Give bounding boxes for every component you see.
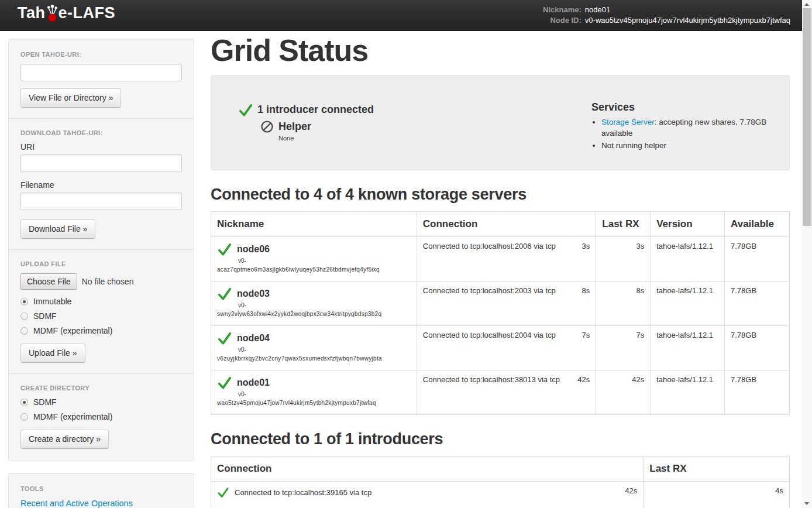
storage-server-link[interactable]: Storage Server	[601, 118, 655, 126]
upload-format-immutable[interactable]: Immutable	[20, 297, 182, 306]
introducers-heading: Connected to 1 of 1 introducers	[211, 430, 790, 448]
connection-age: 3s	[582, 242, 590, 250]
table-header-row: Nickname Connection Last RX Version Avai…	[211, 211, 790, 236]
server-id-hash: swny2viyw63ofxwi4x2yykd2woqjbpx3cw34xtri…	[217, 311, 411, 317]
open-uri-input[interactable]	[20, 64, 182, 81]
radio-label[interactable]: MDMF (experimental)	[33, 326, 112, 335]
divider	[9, 373, 194, 374]
download-file-button[interactable]: Download File »	[20, 219, 95, 239]
vertical-scrollbar[interactable]	[802, 0, 812, 508]
col-version: Version	[651, 211, 725, 236]
storage-servers-table: Nickname Connection Last RX Version Avai…	[211, 211, 790, 415]
node-identity: Nickname: node01 Node ID: v0-wao5tzv45pm…	[543, 5, 790, 26]
upload-format-sdmf[interactable]: SDMF	[20, 311, 182, 321]
radio-label[interactable]: Immutable	[33, 297, 71, 306]
radio-icon[interactable]	[20, 399, 28, 406]
create-directory-label: CREATE DIRECTORY	[20, 385, 182, 392]
page-title: Grid Status	[211, 35, 790, 67]
uri-field-label: URI	[20, 142, 182, 152]
version-value: tahoe-lafs/1.12.1	[651, 236, 725, 281]
connection-age: 42s	[577, 375, 590, 384]
radio-icon[interactable]	[20, 313, 28, 320]
connection-text: Connected to tcp:localhost:2004 via tcp	[423, 331, 556, 339]
scroll-down-arrow-icon[interactable]	[802, 500, 812, 508]
storage-servers-heading: Connected to 4 of 4 known storage server…	[211, 186, 790, 204]
table-header-row: Connection Last RX	[211, 456, 790, 481]
connection-age: 7s	[582, 331, 590, 339]
recent-operations-link[interactable]: Recent and Active Operations	[20, 499, 133, 508]
divider	[9, 249, 194, 250]
filename-field-label: Filename	[20, 180, 182, 190]
download-uri-input[interactable]	[20, 155, 182, 172]
col-last-rx: Last RX	[596, 211, 651, 236]
introducers-table: Connection Last RX Connected to tcp:loca…	[211, 456, 790, 508]
radio-icon[interactable]	[20, 298, 28, 306]
server-id-hash: v6zuyjkbrrkqy2bvc2cny7qwax5sxumedsxfzfjw…	[217, 355, 411, 362]
scroll-up-arrow-icon[interactable]	[802, 0, 812, 8]
radio-label[interactable]: MDMF (experimental)	[33, 412, 112, 421]
available-value: 7.78GB	[725, 325, 790, 370]
tahoe-seedling-icon	[46, 4, 59, 22]
mkdir-format-sdmf[interactable]: SDMF	[20, 397, 182, 407]
tools-label: TOOLS	[20, 485, 182, 492]
grid-status-summary: 1 introducer connected Helper None Servi…	[211, 75, 790, 170]
col-available: Available	[725, 211, 790, 236]
table-row: node03 v0- swny2viyw63ofxwi4x2yykd2woqjb…	[211, 281, 790, 325]
upload-format-mdmf[interactable]: MDMF (experimental)	[20, 326, 182, 335]
radio-icon[interactable]	[20, 327, 28, 335]
table-row: node06 v0- acaz7qptmeo6m3asjlgkb6iwlyuqe…	[211, 236, 790, 281]
server-nickname: node04	[237, 333, 270, 344]
connected-check-icon	[217, 331, 232, 346]
connection-text: Connected to tcp:localhost:2003 via tcp	[423, 286, 556, 295]
last-rx-value: 42s	[596, 370, 651, 414]
scrollbar-thumb[interactable]	[803, 8, 811, 226]
sidebar-forms-panel: OPEN TAHOE-URI: View File or Directory »…	[8, 39, 194, 461]
col-last-rx: Last RX	[644, 456, 790, 481]
table-row: Connected to tcp:localhost:39165 via tcp…	[211, 481, 790, 508]
connection-text: Connected to tcp:localhost:39165 via tcp	[235, 488, 371, 497]
choose-file-button[interactable]: Choose File	[20, 273, 77, 290]
sidebar: OPEN TAHOE-URI: View File or Directory »…	[8, 39, 194, 508]
server-id-hash: acaz7qptmeo6m3asjlgkb6iwlyuqey53hz26tbdm…	[217, 266, 411, 273]
available-value: 7.78GB	[725, 236, 790, 281]
service-storage-server: Storage Server: accepting new shares, 7.…	[601, 116, 777, 139]
radio-icon[interactable]	[20, 413, 28, 421]
mkdir-format-mdmf[interactable]: MDMF (experimental)	[20, 412, 182, 421]
server-nickname: node01	[237, 377, 270, 388]
connection-age: 42s	[625, 486, 637, 495]
tahoe-lafs-logo: Tah e-LAFS	[18, 4, 115, 26]
col-nickname: Nickname	[211, 211, 417, 236]
version-value: tahoe-lafs/1.12.1	[651, 370, 725, 414]
connected-check-icon	[217, 375, 232, 390]
connection-text: Connected to tcp:localhost:38013 via tcp	[423, 375, 560, 384]
server-id-hash: wao5tzv45pmoju47jow7rvl4ukirjm5ytbh2kjty…	[217, 400, 411, 406]
table-row: node01 v0- wao5tzv45pmoju47jow7rvl4ukirj…	[211, 370, 790, 414]
nickname-value: node01	[585, 5, 790, 15]
server-id-prefix: v0-	[238, 346, 411, 353]
upload-file-label: UPLOAD FILE	[20, 260, 182, 267]
node-id-value: v0-wao5tzv45pmoju47jow7rvl4ukirjm5ytbh2k…	[585, 15, 790, 26]
introducer-connected-check-icon	[238, 102, 253, 118]
available-value: 7.78GB	[725, 281, 790, 325]
service-helper-status: Not running helper	[601, 140, 777, 151]
view-file-button[interactable]: View File or Directory »	[20, 88, 121, 108]
top-navbar: Tah e-LAFS Nickname: node01 Node ID: v0-…	[0, 0, 802, 31]
create-directory-button[interactable]: Create a directory »	[20, 430, 109, 449]
server-nickname: node03	[237, 289, 270, 299]
radio-label[interactable]: SDMF	[33, 311, 57, 321]
server-id-prefix: v0-	[238, 302, 411, 308]
radio-label[interactable]: SDMF	[33, 397, 57, 407]
helper-none-icon	[260, 120, 274, 133]
node-id-label: Node ID:	[543, 15, 585, 26]
upload-file-button[interactable]: Upload File »	[20, 344, 85, 363]
connection-age: 8s	[582, 286, 590, 295]
connected-check-icon	[217, 286, 232, 301]
brand-text-pre: Tah	[18, 5, 46, 21]
last-rx-value: 7s	[596, 325, 651, 370]
last-rx-value: 8s	[596, 281, 651, 325]
connected-check-icon	[217, 486, 229, 499]
filename-input[interactable]	[20, 193, 182, 210]
helper-title: Helper	[278, 121, 311, 133]
divider	[9, 118, 194, 119]
services-heading: Services	[591, 101, 777, 114]
